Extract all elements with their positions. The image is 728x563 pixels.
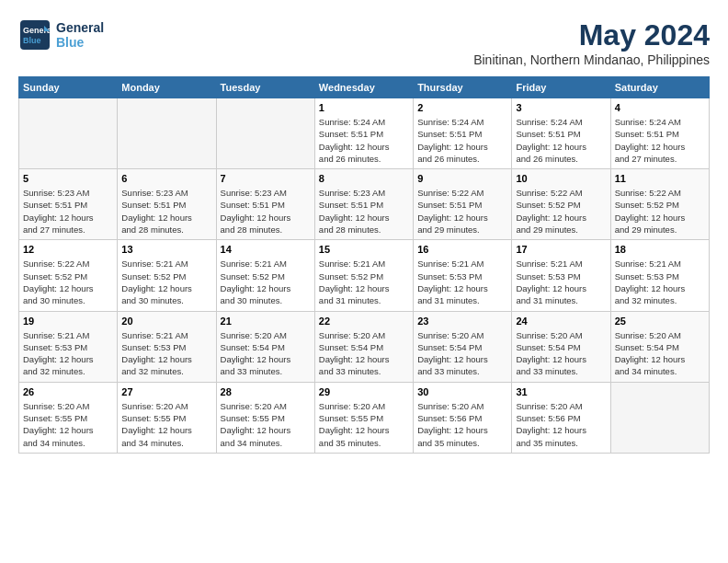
calendar-cell: 11Sunrise: 5:22 AM Sunset: 5:52 PM Dayli… xyxy=(610,169,709,240)
svg-text:Blue: Blue xyxy=(23,36,41,45)
day-number: 27 xyxy=(121,386,211,397)
day-number: 29 xyxy=(319,386,409,397)
calendar-cell: 31Sunrise: 5:20 AM Sunset: 5:56 PM Dayli… xyxy=(512,382,610,453)
day-number: 30 xyxy=(417,386,507,397)
day-number: 20 xyxy=(121,316,211,327)
calendar-cell: 20Sunrise: 5:21 AM Sunset: 5:53 PM Dayli… xyxy=(118,311,216,382)
calendar-cell: 21Sunrise: 5:20 AM Sunset: 5:54 PM Dayli… xyxy=(216,311,314,382)
day-number: 16 xyxy=(417,244,507,255)
day-info: Sunrise: 5:21 AM Sunset: 5:52 PM Dayligh… xyxy=(221,258,311,306)
calendar-cell: 3Sunrise: 5:24 AM Sunset: 5:51 PM Daylig… xyxy=(512,98,610,169)
day-number: 14 xyxy=(221,244,311,255)
day-number: 3 xyxy=(516,102,606,113)
calendar-cell xyxy=(610,382,709,453)
day-info: Sunrise: 5:21 AM Sunset: 5:53 PM Dayligh… xyxy=(417,258,507,306)
day-info: Sunrise: 5:21 AM Sunset: 5:53 PM Dayligh… xyxy=(121,329,211,378)
logo-icon: General Blue xyxy=(18,18,51,52)
day-info: Sunrise: 5:20 AM Sunset: 5:56 PM Dayligh… xyxy=(417,400,507,449)
calendar-cell xyxy=(216,98,314,169)
title-block: May 2024 Binitinan, Northern Mindanao, P… xyxy=(473,18,710,67)
day-info: Sunrise: 5:22 AM Sunset: 5:52 PM Dayligh… xyxy=(516,187,606,236)
day-number: 28 xyxy=(221,386,311,397)
day-info: Sunrise: 5:24 AM Sunset: 5:51 PM Dayligh… xyxy=(615,116,705,165)
day-info: Sunrise: 5:22 AM Sunset: 5:52 PM Dayligh… xyxy=(23,258,113,306)
day-info: Sunrise: 5:21 AM Sunset: 5:52 PM Dayligh… xyxy=(121,258,211,306)
day-number: 19 xyxy=(23,316,113,327)
day-number: 7 xyxy=(221,173,311,184)
day-number: 25 xyxy=(615,316,705,327)
calendar-cell: 30Sunrise: 5:20 AM Sunset: 5:56 PM Dayli… xyxy=(414,382,512,453)
calendar-cell: 15Sunrise: 5:21 AM Sunset: 5:52 PM Dayli… xyxy=(314,240,413,311)
calendar-cell: 27Sunrise: 5:20 AM Sunset: 5:55 PM Dayli… xyxy=(118,382,216,453)
logo-text: General Blue xyxy=(56,20,104,50)
calendar-cell: 23Sunrise: 5:20 AM Sunset: 5:54 PM Dayli… xyxy=(414,311,512,382)
day-info: Sunrise: 5:21 AM Sunset: 5:53 PM Dayligh… xyxy=(516,258,606,306)
calendar-cell xyxy=(19,98,118,169)
calendar-cell: 17Sunrise: 5:21 AM Sunset: 5:53 PM Dayli… xyxy=(512,240,610,311)
weekday-header-wednesday: Wednesday xyxy=(314,77,413,98)
day-info: Sunrise: 5:20 AM Sunset: 5:55 PM Dayligh… xyxy=(319,400,409,449)
page-header: General Blue General Blue May 2024 Binit… xyxy=(18,18,710,67)
calendar-cell: 24Sunrise: 5:20 AM Sunset: 5:54 PM Dayli… xyxy=(512,311,610,382)
day-number: 9 xyxy=(417,173,507,184)
day-number: 18 xyxy=(615,244,705,255)
day-number: 8 xyxy=(319,173,409,184)
day-number: 23 xyxy=(417,316,507,327)
day-number: 17 xyxy=(516,244,606,255)
calendar-cell: 1Sunrise: 5:24 AM Sunset: 5:51 PM Daylig… xyxy=(314,98,413,169)
day-number: 2 xyxy=(417,102,507,113)
day-info: Sunrise: 5:24 AM Sunset: 5:51 PM Dayligh… xyxy=(516,116,606,165)
week-row-0: 1Sunrise: 5:24 AM Sunset: 5:51 PM Daylig… xyxy=(19,98,710,169)
day-info: Sunrise: 5:21 AM Sunset: 5:53 PM Dayligh… xyxy=(615,258,705,306)
calendar-cell: 10Sunrise: 5:22 AM Sunset: 5:52 PM Dayli… xyxy=(512,169,610,240)
logo: General Blue General Blue xyxy=(18,18,104,52)
calendar-cell: 22Sunrise: 5:20 AM Sunset: 5:54 PM Dayli… xyxy=(314,311,413,382)
calendar-cell: 26Sunrise: 5:20 AM Sunset: 5:55 PM Dayli… xyxy=(19,382,118,453)
day-info: Sunrise: 5:23 AM Sunset: 5:51 PM Dayligh… xyxy=(319,187,409,236)
day-number: 4 xyxy=(615,102,705,113)
day-number: 6 xyxy=(121,173,211,184)
day-info: Sunrise: 5:20 AM Sunset: 5:56 PM Dayligh… xyxy=(516,400,606,449)
day-info: Sunrise: 5:20 AM Sunset: 5:54 PM Dayligh… xyxy=(221,329,311,378)
calendar-cell: 25Sunrise: 5:20 AM Sunset: 5:54 PM Dayli… xyxy=(610,311,709,382)
day-number: 11 xyxy=(615,173,705,184)
day-number: 10 xyxy=(516,173,606,184)
day-number: 15 xyxy=(319,244,409,255)
day-number: 22 xyxy=(319,316,409,327)
week-row-1: 5Sunrise: 5:23 AM Sunset: 5:51 PM Daylig… xyxy=(19,169,710,240)
day-info: Sunrise: 5:20 AM Sunset: 5:54 PM Dayligh… xyxy=(417,329,507,378)
day-info: Sunrise: 5:20 AM Sunset: 5:54 PM Dayligh… xyxy=(516,329,606,378)
day-info: Sunrise: 5:21 AM Sunset: 5:52 PM Dayligh… xyxy=(319,258,409,306)
day-info: Sunrise: 5:20 AM Sunset: 5:55 PM Dayligh… xyxy=(121,400,211,449)
day-info: Sunrise: 5:23 AM Sunset: 5:51 PM Dayligh… xyxy=(23,187,113,236)
day-info: Sunrise: 5:20 AM Sunset: 5:55 PM Dayligh… xyxy=(23,400,113,449)
calendar-cell: 7Sunrise: 5:23 AM Sunset: 5:51 PM Daylig… xyxy=(216,169,314,240)
day-info: Sunrise: 5:23 AM Sunset: 5:51 PM Dayligh… xyxy=(121,187,211,236)
calendar-cell: 9Sunrise: 5:22 AM Sunset: 5:51 PM Daylig… xyxy=(414,169,512,240)
day-info: Sunrise: 5:20 AM Sunset: 5:55 PM Dayligh… xyxy=(221,400,311,449)
day-number: 24 xyxy=(516,316,606,327)
weekday-header-row: SundayMondayTuesdayWednesdayThursdayFrid… xyxy=(19,77,710,98)
day-info: Sunrise: 5:21 AM Sunset: 5:53 PM Dayligh… xyxy=(23,329,113,378)
day-number: 26 xyxy=(23,386,113,397)
day-info: Sunrise: 5:22 AM Sunset: 5:52 PM Dayligh… xyxy=(615,187,705,236)
calendar-cell: 6Sunrise: 5:23 AM Sunset: 5:51 PM Daylig… xyxy=(118,169,216,240)
week-row-2: 12Sunrise: 5:22 AM Sunset: 5:52 PM Dayli… xyxy=(19,240,710,311)
calendar-cell: 13Sunrise: 5:21 AM Sunset: 5:52 PM Dayli… xyxy=(118,240,216,311)
calendar-cell: 14Sunrise: 5:21 AM Sunset: 5:52 PM Dayli… xyxy=(216,240,314,311)
day-number: 13 xyxy=(121,244,211,255)
calendar-cell: 18Sunrise: 5:21 AM Sunset: 5:53 PM Dayli… xyxy=(610,240,709,311)
calendar-cell: 28Sunrise: 5:20 AM Sunset: 5:55 PM Dayli… xyxy=(216,382,314,453)
calendar-table: SundayMondayTuesdayWednesdayThursdayFrid… xyxy=(18,76,710,454)
day-info: Sunrise: 5:24 AM Sunset: 5:51 PM Dayligh… xyxy=(417,116,507,165)
weekday-header-thursday: Thursday xyxy=(414,77,512,98)
calendar-cell: 19Sunrise: 5:21 AM Sunset: 5:53 PM Dayli… xyxy=(19,311,118,382)
svg-rect-0 xyxy=(20,20,50,50)
calendar-cell: 16Sunrise: 5:21 AM Sunset: 5:53 PM Dayli… xyxy=(414,240,512,311)
day-number: 1 xyxy=(319,102,409,113)
calendar-cell xyxy=(118,98,216,169)
day-number: 21 xyxy=(221,316,311,327)
week-row-4: 26Sunrise: 5:20 AM Sunset: 5:55 PM Dayli… xyxy=(19,382,710,453)
calendar-cell: 29Sunrise: 5:20 AM Sunset: 5:55 PM Dayli… xyxy=(314,382,413,453)
calendar-cell: 8Sunrise: 5:23 AM Sunset: 5:51 PM Daylig… xyxy=(314,169,413,240)
